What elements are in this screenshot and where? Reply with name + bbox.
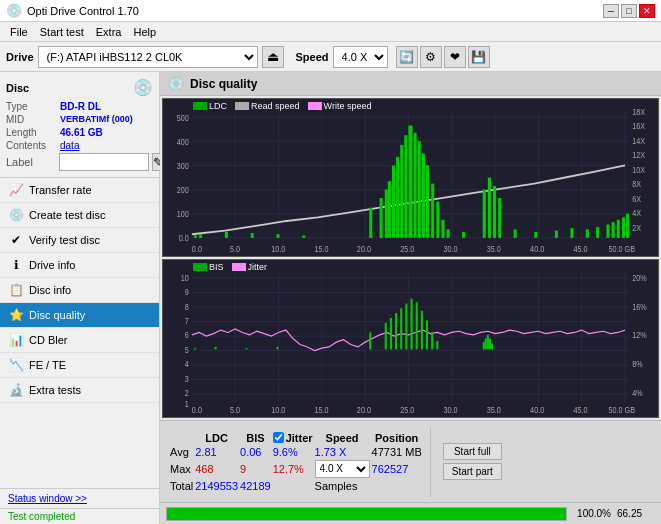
speed-select[interactable]: 4.0 X	[333, 46, 388, 68]
nav-extra-tests[interactable]: 🔬 Extra tests	[0, 378, 159, 403]
close-button[interactable]: ✕	[639, 4, 655, 18]
nav-create-test-disc-label: Create test disc	[29, 209, 105, 221]
ldc-legend-color	[193, 102, 207, 110]
bis-legend-item: BIS	[193, 262, 224, 272]
progress-bar-background	[166, 507, 567, 521]
drive-select[interactable]: (F:) ATAPI iHBS112 2 CL0K	[38, 46, 258, 68]
svg-text:400: 400	[177, 137, 190, 147]
transfer-rate-icon: 📈	[8, 183, 24, 197]
svg-rect-103	[215, 347, 217, 349]
stats-total-jitter-empty	[273, 480, 313, 492]
nav-disc-quality[interactable]: ⭐ Disc quality	[0, 303, 159, 328]
svg-rect-39	[447, 229, 450, 237]
label-input[interactable]	[59, 153, 149, 171]
nav-create-test-disc[interactable]: 💿 Create test disc	[0, 203, 159, 228]
menu-extra[interactable]: Extra	[90, 25, 128, 39]
disc-mid-row: MID VERBATIMf (000)	[6, 114, 153, 125]
svg-text:25.0: 25.0	[400, 406, 415, 416]
label-label: Label	[6, 156, 56, 168]
svg-text:50.0 GB: 50.0 GB	[609, 406, 635, 416]
stats-speed-val: 1.73 X	[315, 446, 370, 458]
svg-text:0.0: 0.0	[192, 406, 203, 416]
jitter-checkbox[interactable]	[273, 432, 284, 443]
svg-text:5.0: 5.0	[230, 406, 241, 416]
nav-disc-info-label: Disc info	[29, 284, 71, 296]
svg-text:16X: 16X	[632, 122, 646, 132]
svg-rect-41	[483, 190, 486, 238]
stats-speed-select[interactable]: 4.0 X	[315, 460, 370, 478]
svg-text:50.0 GB: 50.0 GB	[609, 245, 635, 255]
svg-rect-32	[414, 133, 417, 238]
refresh-button[interactable]: 🔄	[396, 46, 418, 68]
svg-text:15.0: 15.0	[315, 406, 330, 416]
start-full-button[interactable]: Start full	[443, 443, 502, 460]
svg-text:20%: 20%	[632, 273, 646, 283]
chart2-legend: BIS Jitter	[193, 262, 267, 272]
stats-total-ldc: 2149553	[195, 480, 238, 492]
svg-rect-33	[418, 141, 421, 238]
stats-avg-jitter: 9.6%	[273, 446, 313, 458]
app-icon: 💿	[6, 3, 22, 18]
svg-rect-106	[369, 332, 371, 349]
jitter-col-label: Jitter	[286, 432, 313, 444]
menu-start-test[interactable]: Start test	[34, 25, 90, 39]
maximize-button[interactable]: □	[621, 4, 637, 18]
stats-total-label: Total	[170, 480, 193, 492]
svg-rect-54	[622, 217, 625, 238]
titlebar-left: 💿 Opti Drive Control 1.70	[6, 3, 139, 18]
stats-bar: LDC BIS Jitter Speed Position Avg	[160, 420, 661, 502]
nav-verify-test-disc-label: Verify test disc	[29, 234, 100, 246]
write-speed-legend-label: Write speed	[324, 101, 372, 111]
status-text: Test completed	[8, 511, 75, 522]
favorites-button[interactable]: ❤	[444, 46, 466, 68]
nav-drive-info[interactable]: ℹ Drive info	[0, 253, 159, 278]
eject-button[interactable]: ⏏	[262, 46, 284, 68]
stats-row-total: Total 2149553 42189 Samples	[170, 480, 422, 492]
svg-rect-31	[408, 126, 412, 238]
minimize-button[interactable]: ─	[603, 4, 619, 18]
contents-value[interactable]: data	[60, 140, 79, 151]
svg-rect-52	[612, 222, 615, 238]
svg-text:10X: 10X	[632, 165, 646, 175]
svg-rect-114	[421, 311, 423, 350]
svg-rect-49	[586, 229, 589, 237]
drive-info-icon: ℹ	[8, 258, 24, 272]
svg-rect-46	[534, 232, 537, 238]
stats-divider	[430, 427, 431, 497]
nav-disc-info[interactable]: 📋 Disc info	[0, 278, 159, 303]
chart1-svg: 500 400 300 200 100 0.0 18X 16X 14X 12X …	[163, 99, 658, 256]
status-window-button[interactable]: Status window >>	[8, 493, 87, 504]
nav-transfer-rate[interactable]: 📈 Transfer rate	[0, 178, 159, 203]
drivebar-icons: 🔄 ⚙ ❤ 💾	[396, 46, 490, 68]
svg-text:1: 1	[185, 400, 189, 410]
stats-samples-empty	[372, 480, 422, 492]
stats-max-ldc: 468	[195, 460, 238, 478]
jitter-legend-item: Jitter	[232, 262, 268, 272]
svg-text:4X: 4X	[632, 209, 642, 219]
disc-quality-icon: ⭐	[8, 308, 24, 322]
stats-header-jitter: Jitter	[273, 432, 313, 444]
svg-rect-55	[626, 214, 629, 238]
svg-text:0.0: 0.0	[192, 245, 203, 255]
settings-button[interactable]: ⚙	[420, 46, 442, 68]
nav-fe-te[interactable]: 📉 FE / TE	[0, 353, 159, 378]
svg-text:25.0: 25.0	[400, 245, 415, 255]
svg-rect-115	[426, 320, 428, 349]
save-button[interactable]: 💾	[468, 46, 490, 68]
disc-type-row: Type BD-R DL	[6, 101, 153, 112]
stats-position-val: 47731 MB	[372, 446, 422, 458]
menu-file[interactable]: File	[4, 25, 34, 39]
sidebar: Disc 💿 Type BD-R DL MID VERBATIMf (000) …	[0, 72, 160, 524]
start-part-button[interactable]: Start part	[443, 463, 502, 480]
menu-help[interactable]: Help	[127, 25, 162, 39]
svg-text:45.0: 45.0	[573, 245, 588, 255]
svg-rect-27	[392, 165, 395, 237]
svg-text:6: 6	[185, 331, 190, 341]
stats-row-avg: Avg 2.81 0.06 9.6% 1.73 X 47731 MB	[170, 446, 422, 458]
nav-drive-info-label: Drive info	[29, 259, 75, 271]
nav-verify-test-disc[interactable]: ✔ Verify test disc	[0, 228, 159, 253]
nav-cd-bler[interactable]: 📊 CD Bler	[0, 328, 159, 353]
svg-text:10.0: 10.0	[271, 406, 286, 416]
nav-extra-tests-label: Extra tests	[29, 384, 81, 396]
disc-quality-header-icon: 💿	[168, 76, 184, 91]
